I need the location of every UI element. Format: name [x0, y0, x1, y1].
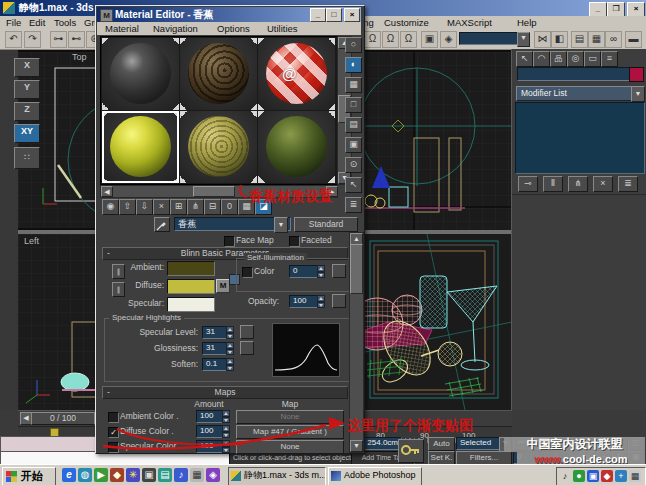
quick-launch-icon[interactable]: ✳	[126, 468, 140, 482]
viewport-front-canvas[interactable]	[365, 52, 512, 230]
ambient-map-checkbox[interactable]	[108, 412, 119, 423]
menu-file[interactable]: File	[6, 17, 21, 28]
params-scroll-thumb[interactable]	[350, 244, 363, 294]
soften-field[interactable]: 0.1	[202, 358, 229, 371]
maxscript-macro-recorder[interactable]	[0, 436, 97, 452]
opacity-map-button[interactable]	[332, 294, 346, 308]
modifier-list-arrow-icon[interactable]: ▼	[631, 86, 645, 102]
quick-launch-icon[interactable]: ♪	[174, 468, 188, 482]
sample-slot-active[interactable]	[102, 111, 179, 183]
assign-material-to-selection-icon[interactable]: ⇩	[136, 199, 153, 215]
opacity-value-field[interactable]: 100	[289, 295, 320, 308]
me-menu-options[interactable]: Options	[217, 23, 250, 34]
close-icon[interactable]: ×	[627, 2, 645, 17]
get-material-icon[interactable]: ◉	[102, 199, 119, 215]
time-slider-handle[interactable]: 0 / 100	[31, 412, 95, 425]
object-color-swatch[interactable]	[629, 67, 644, 82]
specular-amount-spinner[interactable]	[222, 440, 230, 453]
align-icon[interactable]: ◧	[551, 31, 568, 48]
restore-icon[interactable]: ❒	[607, 2, 625, 17]
specular-level-spinner[interactable]	[226, 326, 234, 339]
sample-slot[interactable]	[102, 38, 179, 110]
quick-launch-icon[interactable]: ▦	[190, 468, 204, 482]
glossiness-map-button[interactable]	[240, 341, 254, 355]
selection-filter-dropdown[interactable]: Selected	[456, 437, 503, 450]
put-material-to-scene-icon[interactable]: ⇧	[119, 199, 136, 215]
ambient-map-amount[interactable]: 100	[196, 410, 225, 423]
sample-slot[interactable]	[180, 38, 257, 110]
tray-volume-icon[interactable]: ♪	[559, 470, 571, 482]
slot-horizontal-scrollbar[interactable]: ◀ ▶	[100, 185, 338, 198]
menu-maxscript[interactable]: MAXScript	[447, 17, 492, 28]
lock-selection-key-icon[interactable]	[398, 439, 424, 463]
background-icon[interactable]: ▦	[345, 77, 362, 93]
tray-network-icon[interactable]: ●	[573, 470, 585, 482]
diffuse-map-button[interactable]: Map #47 ( Gradient )	[236, 425, 344, 439]
quick-launch-icon[interactable]: ▶	[94, 468, 108, 482]
specular-level-field[interactable]: 31	[202, 326, 229, 339]
task-button-photoshop[interactable]: Adobe Photoshop	[328, 467, 422, 485]
faceted-checkbox[interactable]	[289, 236, 300, 247]
ambient-color-swatch[interactable]	[167, 261, 215, 276]
quick-launch-ie-icon[interactable]: e	[62, 468, 76, 482]
make-unique-icon[interactable]: ⋔	[568, 176, 588, 192]
glossiness-spinner[interactable]	[226, 342, 234, 355]
show-end-result-icon[interactable]: Ⅱ	[543, 176, 563, 192]
video-color-check-icon[interactable]: ▤	[345, 117, 362, 133]
me-menu-utilities[interactable]: Utilities	[267, 23, 298, 34]
make-unique-material-icon[interactable]: ⋔	[187, 199, 204, 215]
angle-snap-icon[interactable]: Ω	[382, 31, 399, 48]
redo-icon[interactable]: ↷	[24, 31, 41, 48]
viewport-perspective-canvas[interactable]	[365, 234, 512, 410]
start-button[interactable]: 开始	[2, 467, 56, 485]
mirror-icon[interactable]: ⋈	[534, 31, 551, 48]
me-minimize-icon[interactable]: _	[310, 8, 326, 22]
specular-map-checkbox[interactable]	[108, 442, 119, 453]
tab-motion-icon[interactable]: ◎	[567, 51, 584, 67]
tray-icon[interactable]: ▦	[629, 470, 641, 482]
axis-z-button[interactable]: Z	[14, 102, 40, 121]
backlight-icon[interactable]: ◐	[345, 57, 362, 73]
ambient-amount-spinner[interactable]	[222, 410, 230, 423]
me-maximize-icon[interactable]: □	[326, 8, 342, 22]
quick-launch-icon[interactable]: ▣	[142, 468, 156, 482]
tab-create-icon[interactable]: ↖	[516, 51, 533, 67]
sample-uv-tiling-icon[interactable]: □	[345, 97, 362, 113]
key-filters-button[interactable]: Filters...	[456, 451, 512, 465]
material-type-button[interactable]: Standard	[294, 217, 358, 232]
menu-edit[interactable]: Edit	[29, 17, 45, 28]
named-selection-dropdown-arrow[interactable]: ▼	[517, 32, 530, 47]
snaps-icon[interactable]: ∷	[14, 147, 40, 169]
self-illum-value-field[interactable]: 0	[289, 265, 320, 278]
pin-stack-icon[interactable]: ⊸	[518, 176, 538, 192]
viewport-top-label[interactable]: Top	[72, 52, 87, 62]
diffuse-map-amount[interactable]: 100	[196, 425, 225, 438]
slot-scroll-left-icon[interactable]: ◀	[101, 186, 113, 197]
tab-hierarchy-icon[interactable]: 品	[550, 51, 567, 67]
axis-y-button[interactable]: Y	[14, 80, 40, 99]
snap-toggle-icon[interactable]: Ω	[364, 31, 381, 48]
axis-xy-button[interactable]: XY	[14, 124, 40, 143]
quick-launch-icon[interactable]: ◆	[110, 468, 124, 482]
minimize-icon[interactable]: _	[589, 2, 607, 17]
tab-display-icon[interactable]: ▭	[584, 51, 601, 67]
menu-customize[interactable]: Customize	[384, 17, 429, 28]
auto-key-button[interactable]: Auto	[428, 437, 455, 451]
self-illum-color-checkbox[interactable]	[242, 267, 253, 278]
named-selection-dropdown[interactable]	[459, 32, 521, 45]
sample-slot[interactable]	[258, 111, 335, 183]
slot-scroll-right-icon[interactable]: ▶	[326, 186, 338, 197]
undo-icon[interactable]: ↶	[5, 31, 22, 48]
params-vertical-scrollbar[interactable]: ▲ ▼	[349, 232, 364, 453]
object-name-field[interactable]	[517, 67, 630, 81]
menu-help[interactable]: Help	[517, 17, 537, 28]
sample-slot[interactable]	[180, 111, 257, 183]
make-material-copy-icon[interactable]: ⊞	[170, 199, 187, 215]
percent-snap-icon[interactable]: Ω	[400, 31, 417, 48]
diffuse-color-swatch[interactable]	[167, 279, 215, 294]
make-preview-icon[interactable]: ▣	[345, 137, 362, 153]
material-options-icon[interactable]: ⊙	[345, 157, 362, 173]
specular-color-swatch[interactable]	[167, 297, 215, 312]
diffuse-map-checkbox[interactable]: ✓	[108, 427, 119, 438]
me-menu-navigation[interactable]: Navigation	[153, 23, 198, 34]
